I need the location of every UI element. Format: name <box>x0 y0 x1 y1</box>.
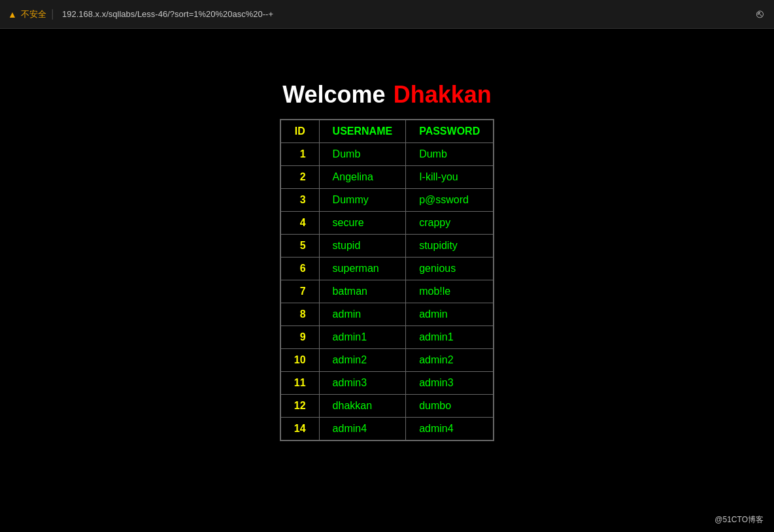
column-header-username: USERNAME <box>319 120 406 143</box>
table-row: 10admin2admin2 <box>280 349 494 372</box>
cell-username: dhakkan <box>319 395 406 418</box>
cell-password: admin4 <box>406 418 494 441</box>
cell-username: secure <box>319 212 406 235</box>
table-header-row: ID USERNAME PASSWORD <box>280 120 494 143</box>
table-row: 11admin3admin3 <box>280 372 494 395</box>
cell-password: p@ssword <box>406 189 494 212</box>
browser-bar: ▲ 不安全 │ 192.168.x.x/sqllabs/Less-46/?sor… <box>0 0 774 29</box>
welcome-heading: Welcome Dhakkan <box>282 81 491 108</box>
column-header-password: PASSWORD <box>406 120 494 143</box>
table-row: 8adminadmin <box>280 303 494 326</box>
welcome-label: Welcome <box>282 81 385 108</box>
cell-id: 10 <box>280 349 319 372</box>
cell-username: admin <box>319 303 406 326</box>
main-content: Welcome Dhakkan ID USERNAME PASSWORD 1Du… <box>0 29 774 532</box>
column-header-id: ID <box>280 120 319 143</box>
cell-id: 14 <box>280 418 319 441</box>
cell-password: admin1 <box>406 326 494 349</box>
table-row: 1DumbDumb <box>280 143 494 166</box>
cell-password: Dumb <box>406 143 494 166</box>
table-row: 2AngelinaI-kill-you <box>280 166 494 189</box>
table-row: 12dhakkandumbo <box>280 395 494 418</box>
cell-password: stupidity <box>406 235 494 258</box>
table-row: 7batmanmob!le <box>280 280 494 303</box>
cell-username: admin4 <box>319 418 406 441</box>
cell-password: genious <box>406 258 494 280</box>
cell-id: 11 <box>280 372 319 395</box>
cell-id: 8 <box>280 303 319 326</box>
url-text[interactable]: 192.168.x.x/sqllabs/Less-46/?sort=1%20%2… <box>62 9 273 19</box>
cell-username: admin1 <box>319 326 406 349</box>
cell-username: admin2 <box>319 349 406 372</box>
share-button[interactable]: ⎋ <box>754 5 766 24</box>
cell-id: 2 <box>280 166 319 189</box>
cell-password: I-kill-you <box>406 166 494 189</box>
cell-password: admin <box>406 303 494 326</box>
warning-icon: ▲ <box>8 9 17 20</box>
table-row: 5stupidstupidity <box>280 235 494 258</box>
url-separator: │ <box>50 9 56 19</box>
cell-id: 5 <box>280 235 319 258</box>
table-row: 4securecrappy <box>280 212 494 235</box>
address-bar[interactable]: ▲ 不安全 │ 192.168.x.x/sqllabs/Less-46/?sor… <box>8 8 754 20</box>
table-row: 14admin4admin4 <box>280 418 494 441</box>
cell-password: dumbo <box>406 395 494 418</box>
table-row: 3Dummyp@ssword <box>280 189 494 212</box>
cell-id: 9 <box>280 326 319 349</box>
security-label: 不安全 <box>21 8 46 20</box>
cell-id: 4 <box>280 212 319 235</box>
cell-username: stupid <box>319 235 406 258</box>
cell-id: 3 <box>280 189 319 212</box>
cell-username: Dummy <box>319 189 406 212</box>
cell-id: 1 <box>280 143 319 166</box>
cell-username: admin3 <box>319 372 406 395</box>
data-table: ID USERNAME PASSWORD 1DumbDumb2AngelinaI… <box>280 119 494 441</box>
table-row: 6supermangenious <box>280 258 494 280</box>
cell-password: admin2 <box>406 349 494 372</box>
cell-username: Angelina <box>319 166 406 189</box>
share-icon: ⎋ <box>756 7 764 20</box>
cell-password: admin3 <box>406 372 494 395</box>
cell-username: superman <box>319 258 406 280</box>
cell-id: 7 <box>280 280 319 303</box>
cell-id: 12 <box>280 395 319 418</box>
cell-id: 6 <box>280 258 319 280</box>
cell-username: Dumb <box>319 143 406 166</box>
table-row: 9admin1admin1 <box>280 326 494 349</box>
site-name: Dhakkan <box>394 81 492 108</box>
cell-password: crappy <box>406 212 494 235</box>
watermark-text: @51CTO博客 <box>715 515 764 524</box>
cell-username: batman <box>319 280 406 303</box>
footer-watermark: @51CTO博客 <box>715 514 764 525</box>
cell-password: mob!le <box>406 280 494 303</box>
